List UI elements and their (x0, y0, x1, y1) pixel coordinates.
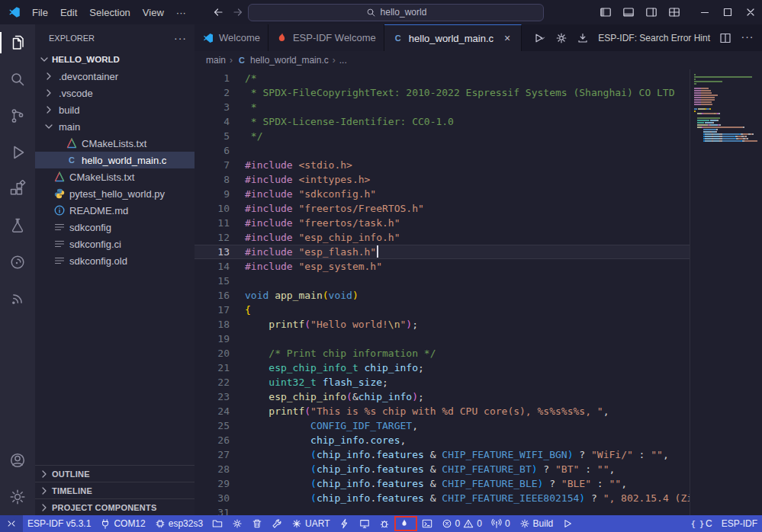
line-number[interactable]: 13 (195, 245, 230, 259)
line-number[interactable]: 14 (195, 259, 230, 274)
line-number[interactable]: 30 (195, 491, 230, 505)
install-extension-button[interactable] (577, 32, 589, 44)
status-debug[interactable] (375, 515, 394, 532)
line-number[interactable]: 5 (195, 129, 230, 143)
line-number[interactable]: 16 (195, 288, 230, 303)
code-line[interactable]: 19 (195, 332, 690, 346)
line-number[interactable]: 31 (195, 505, 230, 515)
tree-item-cmakelists-txt[interactable]: CMakeLists.txt (35, 168, 195, 185)
code-line[interactable]: 8#include <inttypes.h> (195, 172, 690, 187)
status-device-target[interactable]: esp32s3 (150, 515, 207, 532)
activity-bar-item-testing[interactable] (0, 207, 35, 244)
line-number[interactable]: 25 (195, 418, 230, 433)
status-menuconfig[interactable] (227, 515, 247, 532)
code-line[interactable]: 28 (chip_info.features & CHIP_FEATURE_BT… (195, 462, 690, 476)
status-full-clean[interactable] (247, 515, 267, 532)
line-number[interactable]: 7 (195, 158, 230, 172)
status-project-folder[interactable] (207, 515, 227, 532)
esp-idf-settings-button[interactable] (555, 32, 567, 44)
menu-[interactable]: ··· (170, 4, 192, 21)
line-number[interactable]: 1 (195, 71, 230, 85)
activity-bar-item-esp-idf-explorer[interactable] (0, 244, 35, 280)
code-line[interactable]: 11#include "freertos/task.h" (195, 216, 690, 230)
status-build-flash-monitor[interactable] (394, 515, 417, 532)
breadcrumb-item[interactable]: main (206, 55, 226, 66)
code-line[interactable]: 24 printf("This is %s chip with %d CPU c… (195, 404, 690, 418)
line-number[interactable]: 9 (195, 187, 230, 201)
section-project-components[interactable]: PROJECT COMPONENTS (35, 498, 195, 515)
activity-bar-item-explorer[interactable] (0, 24, 35, 61)
code-line[interactable]: 27 (chip_info.features & CHIP_FEATURE_WI… (195, 447, 690, 462)
toggle-sidebar-button[interactable] (594, 0, 617, 24)
line-number[interactable]: 19 (195, 332, 230, 346)
tree-item--devcontainer[interactable]: .devcontainer (35, 68, 195, 85)
status-terminal[interactable] (417, 515, 437, 532)
tree-root-hello-world[interactable]: HELLO_WORLD (35, 51, 195, 68)
tree-item-sdkconfig[interactable]: sdkconfig (35, 219, 195, 236)
menu-file[interactable]: File (26, 4, 54, 21)
breadcrumb-item[interactable]: ... (339, 55, 347, 66)
line-number[interactable]: 15 (195, 274, 230, 288)
tree-item-main[interactable]: main (35, 118, 195, 135)
forward-icon[interactable] (232, 6, 244, 18)
code-line[interactable]: 1/* (195, 71, 690, 85)
split-editor-button[interactable] (719, 32, 731, 44)
status-monitor[interactable] (355, 515, 375, 532)
code-line[interactable]: 16void app_main(void) (195, 288, 690, 303)
toggle-secondary-sidebar-button[interactable] (640, 0, 663, 24)
line-number[interactable]: 20 (195, 346, 230, 361)
maximize-button[interactable] (716, 0, 739, 24)
activity-bar-item-run-and-debug[interactable] (0, 134, 35, 171)
tree-item-hello-world-main-c[interactable]: Chello_world_main.c (35, 152, 195, 168)
code-line[interactable]: 23 esp_chip_info(&chip_info); (195, 389, 690, 404)
activity-bar-item-settings[interactable] (0, 479, 35, 515)
line-number[interactable]: 26 (195, 433, 230, 447)
status-cmake-build[interactable]: Build (515, 515, 558, 532)
code-line[interactable]: 12#include "esp_chip_info.h" (195, 230, 690, 245)
code-line[interactable]: 3 * (195, 100, 690, 114)
code-line[interactable]: 5 */ (195, 129, 690, 143)
minimap[interactable] (690, 69, 762, 515)
tree-item-build[interactable]: build (35, 101, 195, 118)
menu-view[interactable]: View (137, 4, 170, 21)
activity-bar-item-accounts[interactable] (0, 442, 35, 479)
minimize-button[interactable] (693, 0, 716, 24)
code-line[interactable]: 7#include <stdio.h> (195, 158, 690, 172)
tab-hello-world-main-c[interactable]: Chello_world_main.c× (384, 24, 522, 51)
code-line[interactable]: 9#include "sdkconfig.h" (195, 187, 690, 201)
line-number[interactable]: 17 (195, 303, 230, 317)
code-line[interactable]: 10#include "freertos/FreeRTOS.h" (195, 201, 690, 216)
code-line[interactable]: 25 CONFIG_IDF_TARGET, (195, 418, 690, 433)
status-launch[interactable] (558, 515, 577, 532)
status-language-mode[interactable]: { }C (687, 515, 717, 532)
customize-layout-button[interactable] (663, 0, 686, 24)
line-number[interactable]: 8 (195, 172, 230, 187)
code-line[interactable]: 17{ (195, 303, 690, 317)
activity-bar-item-search[interactable] (0, 61, 35, 98)
code-line[interactable]: 30 (chip_info.features & CHIP_FEATURE_IE… (195, 491, 690, 505)
status-build-project[interactable] (267, 515, 287, 532)
line-number[interactable]: 4 (195, 114, 230, 129)
tree-item-readme-md[interactable]: README.md (35, 202, 195, 219)
tree-item-sdkconfig-old[interactable]: sdkconfig.old (35, 252, 195, 269)
line-number[interactable]: 24 (195, 404, 230, 418)
code-line[interactable]: 14#include "esp_system.h" (195, 259, 690, 274)
line-number[interactable]: 28 (195, 462, 230, 476)
line-number[interactable]: 23 (195, 389, 230, 404)
activity-bar-item-source-control[interactable] (0, 98, 35, 134)
line-number[interactable]: 21 (195, 361, 230, 375)
code-line[interactable]: 31 (195, 505, 690, 515)
run-file-button[interactable] (532, 32, 546, 44)
tree-item--vscode[interactable]: .vscode (35, 85, 195, 101)
status-serial-port[interactable]: COM12 (95, 515, 150, 532)
line-number[interactable]: 22 (195, 375, 230, 389)
code-line[interactable]: 4 * SPDX-License-Identifier: CC0-1.0 (195, 114, 690, 129)
tab-welcome[interactable]: Welcome (195, 24, 268, 51)
status-problems[interactable]: 00 (437, 515, 487, 532)
line-number[interactable]: 11 (195, 216, 230, 230)
tree-item-cmakelists-txt[interactable]: CMakeLists.txt (35, 135, 195, 152)
close-tab-icon[interactable]: × (501, 32, 513, 44)
activity-bar-item-espressif[interactable] (0, 280, 35, 317)
line-number[interactable]: 12 (195, 230, 230, 245)
code-line[interactable]: 26 chip_info.cores, (195, 433, 690, 447)
